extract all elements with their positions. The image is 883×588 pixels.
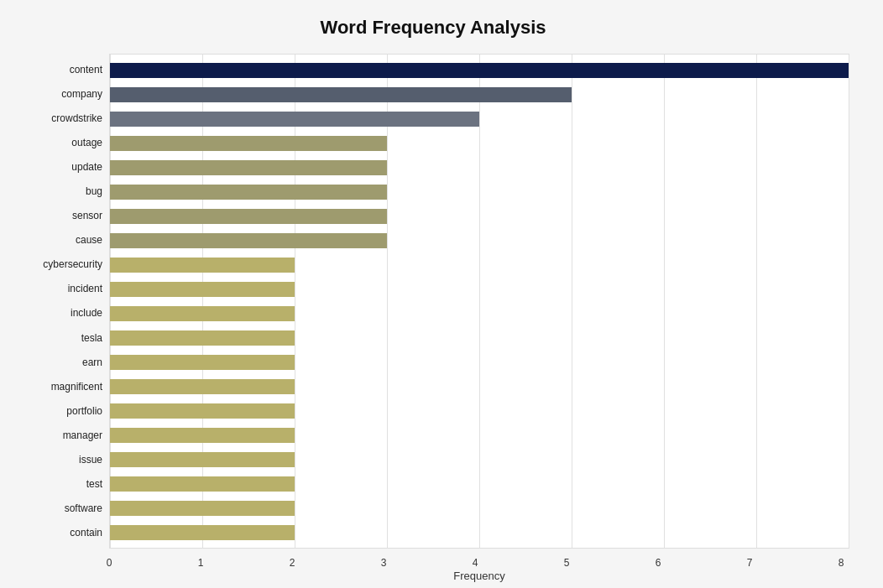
bar [110,282,295,297]
bar-row [110,450,849,469]
bar-row [110,110,849,128]
bar-row [110,402,849,420]
x-axis-label: Frequency [109,570,849,582]
bar-row [110,377,849,396]
y-label: software [17,503,109,513]
bar-row [110,523,849,542]
bar-row [110,353,849,372]
bar [110,87,572,102]
x-axis-ticks: 012345678 [109,557,849,569]
bar-row [110,134,849,153]
bar [110,209,387,224]
bar [110,403,295,419]
y-label: contain [17,528,109,538]
bar [110,185,387,200]
y-label: bug [17,186,109,196]
bar-row [110,329,849,347]
chart-title: Word Frequency Analysis [17,17,849,39]
y-axis-labels: contentcompanycrowdstrikeoutageupdatebug… [17,54,109,549]
bar-row [110,426,849,445]
x-tick: 0 [101,557,118,569]
bar [110,136,387,151]
bar [110,112,479,127]
grid-line [849,55,849,548]
y-label: test [17,479,109,489]
y-label: manager [17,430,109,440]
bar-row [110,86,849,104]
plot-area [109,54,849,549]
y-label: cybersecurity [17,259,109,269]
bar [110,160,387,175]
y-label: update [17,162,109,172]
bar [110,501,295,516]
y-label: cause [17,235,109,245]
bar-row [110,183,849,201]
bar [110,258,295,273]
y-label: crowdstrike [17,113,109,123]
bar [110,525,295,540]
x-tick: 2 [284,557,300,569]
y-label: portfolio [17,406,109,416]
bar-row [110,256,849,274]
bar [110,330,295,346]
chart-container: Word Frequency Analysis contentcompanycr… [0,0,883,588]
bar [110,379,295,394]
bar-row [110,280,849,299]
y-label: sensor [17,211,109,221]
bar [110,63,849,78]
bar [110,452,295,467]
bar-row [110,61,849,80]
bar-row [110,159,849,177]
x-tick: 4 [467,557,483,569]
bar-row [110,499,849,518]
y-label: content [17,65,109,75]
y-label: earn [17,357,109,367]
x-tick: 6 [650,557,666,569]
x-tick: 8 [833,557,849,569]
y-label: issue [17,455,109,465]
x-tick: 7 [741,557,758,569]
y-label: company [17,89,109,99]
bar [110,476,295,492]
bar [110,355,295,370]
y-label: tesla [17,333,109,343]
x-tick: 3 [375,557,392,569]
x-tick: 5 [558,557,575,569]
bar [110,428,295,443]
bar-row [110,232,849,250]
bar [110,306,295,321]
y-label: outage [17,138,109,148]
bar-row [110,207,849,226]
bar-row [110,304,849,323]
bar [110,233,387,248]
bar-row [110,475,849,493]
x-tick: 1 [192,557,209,569]
y-label: include [17,308,109,318]
bars-container [110,55,849,548]
y-label: incident [17,284,109,294]
y-label: magnificent [17,382,109,392]
